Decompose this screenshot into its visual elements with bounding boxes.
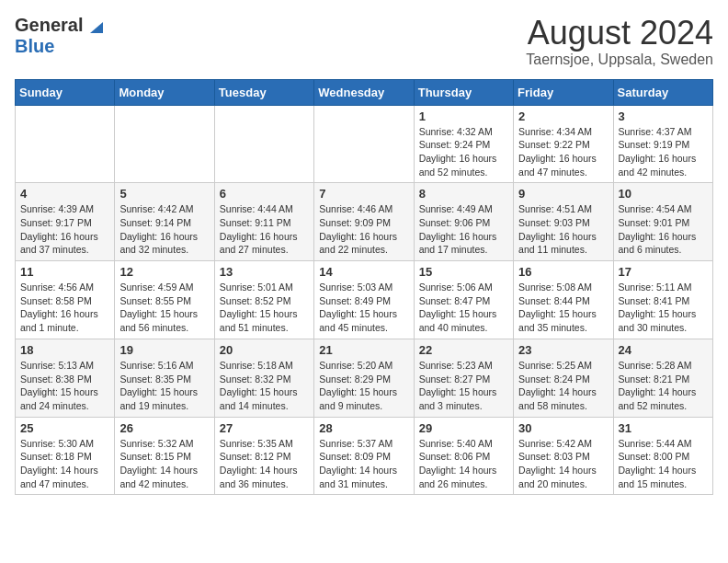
day-info: Sunrise: 5:13 AM Sunset: 8:38 PM Dayligh… (20, 359, 109, 413)
day-info: Sunrise: 5:11 AM Sunset: 8:41 PM Dayligh… (619, 281, 708, 335)
calendar-cell: 20Sunrise: 5:18 AM Sunset: 8:32 PM Dayli… (214, 339, 313, 417)
calendar-cell: 30Sunrise: 5:42 AM Sunset: 8:03 PM Dayli… (514, 417, 613, 495)
calendar-week-4: 18Sunrise: 5:13 AM Sunset: 8:38 PM Dayli… (16, 339, 713, 417)
calendar-cell: 22Sunrise: 5:23 AM Sunset: 8:27 PM Dayli… (414, 339, 513, 417)
page-header: General Blue August 2024 Taernsjoe, Upps… (15, 15, 713, 68)
day-number: 14 (319, 265, 408, 279)
day-number: 9 (518, 187, 608, 201)
day-number: 6 (220, 187, 309, 201)
day-info: Sunrise: 5:23 AM Sunset: 8:27 PM Dayligh… (419, 359, 508, 413)
calendar-cell: 9Sunrise: 4:51 AM Sunset: 9:03 PM Daylig… (514, 183, 613, 261)
day-number: 16 (518, 265, 608, 279)
calendar-cell: 18Sunrise: 5:13 AM Sunset: 8:38 PM Dayli… (16, 339, 115, 417)
calendar-cell: 16Sunrise: 5:08 AM Sunset: 8:44 PM Dayli… (514, 261, 613, 339)
logo-icon (85, 17, 103, 35)
day-number: 28 (319, 421, 408, 435)
calendar-cell: 15Sunrise: 5:06 AM Sunset: 8:47 PM Dayli… (414, 261, 513, 339)
day-info: Sunrise: 4:54 AM Sunset: 9:01 PM Dayligh… (619, 202, 708, 257)
weekday-header-tuesday: Tuesday (214, 79, 313, 105)
day-info: Sunrise: 4:49 AM Sunset: 9:06 PM Dayligh… (419, 202, 508, 257)
calendar-cell: 11Sunrise: 4:56 AM Sunset: 8:58 PM Dayli… (16, 261, 115, 339)
day-info: Sunrise: 5:08 AM Sunset: 8:44 PM Dayligh… (518, 281, 608, 335)
logo-blue-text: Blue (15, 36, 54, 57)
day-number: 31 (619, 421, 708, 435)
calendar-table: SundayMondayTuesdayWednesdayThursdayFrid… (15, 79, 713, 496)
day-info: Sunrise: 4:59 AM Sunset: 8:55 PM Dayligh… (119, 281, 209, 335)
calendar-cell: 7Sunrise: 4:46 AM Sunset: 9:09 PM Daylig… (314, 183, 414, 261)
day-info: Sunrise: 5:30 AM Sunset: 8:18 PM Dayligh… (20, 437, 109, 491)
day-info: Sunrise: 4:34 AM Sunset: 9:22 PM Dayligh… (518, 125, 608, 179)
day-number: 29 (419, 421, 508, 435)
day-info: Sunrise: 5:03 AM Sunset: 8:49 PM Dayligh… (319, 281, 408, 335)
day-info: Sunrise: 5:06 AM Sunset: 8:47 PM Dayligh… (419, 281, 508, 335)
day-number: 20 (220, 343, 309, 357)
day-number: 25 (20, 421, 109, 435)
day-info: Sunrise: 4:42 AM Sunset: 9:14 PM Dayligh… (119, 202, 209, 257)
calendar-header: SundayMondayTuesdayWednesdayThursdayFrid… (16, 79, 713, 105)
day-info: Sunrise: 5:42 AM Sunset: 8:03 PM Dayligh… (518, 437, 608, 491)
day-number: 3 (619, 109, 708, 123)
day-info: Sunrise: 5:37 AM Sunset: 8:09 PM Dayligh… (319, 437, 408, 491)
day-number: 21 (319, 343, 408, 357)
calendar-cell: 29Sunrise: 5:40 AM Sunset: 8:06 PM Dayli… (414, 417, 513, 495)
calendar-cell (314, 105, 414, 183)
calendar-cell: 2Sunrise: 4:34 AM Sunset: 9:22 PM Daylig… (514, 105, 613, 183)
day-number: 15 (419, 265, 508, 279)
logo: General Blue (15, 15, 103, 57)
calendar-week-1: 1Sunrise: 4:32 AM Sunset: 9:24 PM Daylig… (16, 105, 713, 183)
day-number: 13 (220, 265, 309, 279)
calendar-cell: 5Sunrise: 4:42 AM Sunset: 9:14 PM Daylig… (115, 183, 214, 261)
day-number: 22 (419, 343, 508, 357)
day-number: 8 (419, 187, 508, 201)
calendar-week-5: 25Sunrise: 5:30 AM Sunset: 8:18 PM Dayli… (16, 417, 713, 495)
calendar-cell: 17Sunrise: 5:11 AM Sunset: 8:41 PM Dayli… (613, 261, 712, 339)
day-number: 27 (220, 421, 309, 435)
day-number: 4 (20, 187, 109, 201)
calendar-cell: 14Sunrise: 5:03 AM Sunset: 8:49 PM Dayli… (314, 261, 414, 339)
weekday-header-wednesday: Wednesday (314, 79, 414, 105)
day-info: Sunrise: 4:39 AM Sunset: 9:17 PM Dayligh… (20, 202, 109, 257)
calendar-title-section: August 2024 Taernsjoe, Uppsala, Sweden (526, 15, 713, 68)
weekday-header-friday: Friday (514, 79, 613, 105)
calendar-cell: 26Sunrise: 5:32 AM Sunset: 8:15 PM Dayli… (115, 417, 214, 495)
day-number: 30 (518, 421, 608, 435)
calendar-cell: 6Sunrise: 4:44 AM Sunset: 9:11 PM Daylig… (214, 183, 313, 261)
calendar-cell: 21Sunrise: 5:20 AM Sunset: 8:29 PM Dayli… (314, 339, 414, 417)
day-info: Sunrise: 5:16 AM Sunset: 8:35 PM Dayligh… (119, 359, 209, 413)
day-number: 2 (518, 109, 608, 123)
day-number: 12 (119, 265, 209, 279)
logo-general-text: General (15, 15, 83, 36)
weekday-header-saturday: Saturday (613, 79, 712, 105)
day-info: Sunrise: 4:44 AM Sunset: 9:11 PM Dayligh… (220, 202, 309, 257)
day-number: 24 (619, 343, 708, 357)
day-info: Sunrise: 5:35 AM Sunset: 8:12 PM Dayligh… (220, 437, 309, 491)
day-number: 19 (119, 343, 209, 357)
calendar-cell: 8Sunrise: 4:49 AM Sunset: 9:06 PM Daylig… (414, 183, 513, 261)
weekday-header-thursday: Thursday (414, 79, 513, 105)
calendar-cell: 28Sunrise: 5:37 AM Sunset: 8:09 PM Dayli… (314, 417, 414, 495)
calendar-body: 1Sunrise: 4:32 AM Sunset: 9:24 PM Daylig… (16, 105, 713, 495)
calendar-cell: 10Sunrise: 4:54 AM Sunset: 9:01 PM Dayli… (613, 183, 712, 261)
day-info: Sunrise: 5:18 AM Sunset: 8:32 PM Dayligh… (220, 359, 309, 413)
day-info: Sunrise: 5:25 AM Sunset: 8:24 PM Dayligh… (518, 359, 608, 413)
calendar-cell: 1Sunrise: 4:32 AM Sunset: 9:24 PM Daylig… (414, 105, 513, 183)
day-info: Sunrise: 5:01 AM Sunset: 8:52 PM Dayligh… (220, 281, 309, 335)
calendar-cell (115, 105, 214, 183)
calendar-title: August 2024 (526, 15, 713, 52)
day-info: Sunrise: 5:20 AM Sunset: 8:29 PM Dayligh… (319, 359, 408, 413)
day-number: 5 (119, 187, 209, 201)
calendar-cell: 23Sunrise: 5:25 AM Sunset: 8:24 PM Dayli… (514, 339, 613, 417)
calendar-cell (214, 105, 313, 183)
calendar-cell: 25Sunrise: 5:30 AM Sunset: 8:18 PM Dayli… (16, 417, 115, 495)
day-number: 23 (518, 343, 608, 357)
calendar-cell: 4Sunrise: 4:39 AM Sunset: 9:17 PM Daylig… (16, 183, 115, 261)
calendar-cell: 27Sunrise: 5:35 AM Sunset: 8:12 PM Dayli… (214, 417, 313, 495)
day-number: 26 (119, 421, 209, 435)
day-number: 10 (619, 187, 708, 201)
day-info: Sunrise: 4:46 AM Sunset: 9:09 PM Dayligh… (319, 202, 408, 257)
calendar-subtitle: Taernsjoe, Uppsala, Sweden (526, 52, 713, 68)
calendar-cell: 31Sunrise: 5:44 AM Sunset: 8:00 PM Dayli… (613, 417, 712, 495)
calendar-cell: 12Sunrise: 4:59 AM Sunset: 8:55 PM Dayli… (115, 261, 214, 339)
day-number: 17 (619, 265, 708, 279)
calendar-cell (16, 105, 115, 183)
